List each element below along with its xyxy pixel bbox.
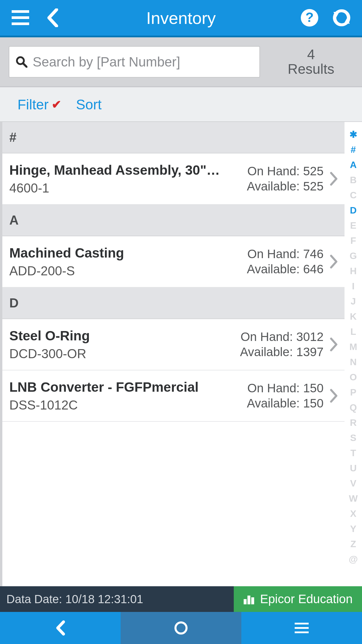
refresh-button[interactable]: [330, 6, 353, 29]
chart-icon: [243, 593, 255, 605]
alpha-index-item[interactable]: I: [345, 279, 362, 293]
alpha-index-item[interactable]: R: [345, 415, 362, 430]
chevron-left-icon: [47, 8, 58, 27]
inventory-list[interactable]: #Hinge, Manhead Assembly, 30"…4600-1On H…: [0, 122, 345, 586]
alpha-index-item[interactable]: L: [345, 324, 362, 339]
alpha-index-item[interactable]: A: [345, 158, 362, 172]
alpha-index-item[interactable]: H: [345, 264, 362, 278]
data-date: Data Date: 10/18 12:31:01: [0, 586, 234, 612]
nav-back-button[interactable]: [0, 612, 121, 644]
svg-rect-1: [12, 16, 29, 19]
item-part-number: 4600-1: [9, 181, 241, 195]
svg-rect-2: [12, 22, 29, 25]
alpha-index-item[interactable]: E: [345, 218, 362, 233]
alpha-index-item[interactable]: V: [345, 476, 362, 491]
alpha-index-item[interactable]: M: [345, 340, 362, 354]
item-name: LNB Converter - FGFPmercial: [9, 379, 241, 395]
app-root: Inventory ? 4 Results Filter ✔ Sort: [0, 0, 362, 644]
row-left: Hinge, Manhead Assembly, 30"…4600-1: [9, 162, 247, 195]
bottom-nav: [0, 612, 362, 644]
alpha-index-item[interactable]: G: [345, 249, 362, 263]
alpha-index-item[interactable]: D: [345, 203, 362, 218]
results-label: Results: [288, 62, 334, 76]
item-name: Steel O-Ring: [9, 328, 234, 344]
search-input-wrap[interactable]: [9, 46, 260, 78]
row-left: Steel O-RingDCD-300-OR: [9, 328, 240, 361]
chevron-right-icon: [326, 254, 341, 269]
nav-menu-button[interactable]: [241, 612, 362, 644]
search-input[interactable]: [33, 54, 253, 70]
chevron-left-icon: [55, 620, 65, 636]
sort-label: Sort: [76, 97, 102, 113]
on-hand: On Hand: 525: [247, 164, 324, 179]
alpha-index-item[interactable]: Y: [345, 522, 362, 536]
hamburger-icon: [12, 10, 29, 25]
results-count: 4 Results: [260, 46, 362, 78]
data-date-label: Data Date:: [6, 593, 62, 606]
nav-home-button[interactable]: [121, 612, 241, 644]
menu-button[interactable]: [9, 6, 32, 29]
item-part-number: DSS-1012C: [9, 398, 241, 412]
brand-label: Epicor Education: [260, 592, 353, 606]
alpha-index-item[interactable]: W: [345, 491, 362, 506]
svg-rect-10: [247, 596, 250, 604]
status-bar: Data Date: 10/18 12:31:01 Epicor Educati…: [0, 586, 362, 612]
row-left: Machined CastingADD-200-S: [9, 245, 247, 278]
alpha-index-item[interactable]: S: [345, 430, 362, 445]
inventory-row[interactable]: LNB Converter - FGFPmercialDSS-1012COn H…: [2, 370, 345, 422]
alpha-index-item[interactable]: C: [345, 188, 362, 202]
section-header: D: [2, 288, 345, 319]
refresh-icon: [332, 8, 351, 27]
results-number: 4: [307, 47, 315, 62]
item-name: Machined Casting: [9, 245, 241, 261]
back-button[interactable]: [41, 6, 64, 29]
available: Available: 1397: [240, 344, 324, 360]
row-stats: On Hand: 525Available: 525: [247, 164, 326, 194]
inventory-row[interactable]: Machined CastingADD-200-SOn Hand: 746Ava…: [2, 236, 345, 288]
search-icon: [16, 56, 27, 68]
alpha-index-item[interactable]: U: [345, 461, 362, 475]
row-left: LNB Converter - FGFPmercialDSS-1012C: [9, 379, 247, 412]
alpha-index-item[interactable]: #: [345, 142, 362, 157]
row-stats: On Hand: 746Available: 646: [247, 246, 326, 277]
alpha-index-item[interactable]: Q: [345, 400, 362, 415]
data-date-value: 10/18 12:31:01: [65, 593, 143, 606]
row-stats: On Hand: 150Available: 150: [247, 381, 326, 411]
alpha-index-item[interactable]: X: [345, 506, 362, 521]
svg-point-12: [175, 622, 187, 634]
chevron-right-icon: [326, 388, 341, 403]
section-header: #: [2, 122, 345, 153]
list-toolbar: Filter ✔ Sort: [0, 87, 362, 122]
row-stats: On Hand: 3012Available: 1397: [240, 329, 326, 360]
hamburger-icon: [295, 623, 309, 633]
filter-button[interactable]: Filter ✔: [17, 97, 61, 113]
filter-label: Filter: [17, 97, 49, 113]
available: Available: 525: [247, 179, 324, 194]
alpha-index-item[interactable]: Z: [345, 537, 362, 551]
alpha-index[interactable]: ✱#ABCDEFGHIJKLMNOPQRSTUVWXYZ@: [345, 122, 362, 586]
alpha-index-item[interactable]: B: [345, 173, 362, 187]
sort-button[interactable]: Sort: [76, 97, 102, 113]
alpha-index-item[interactable]: @: [345, 552, 362, 566]
alpha-index-item[interactable]: K: [345, 309, 362, 324]
list-area: #Hinge, Manhead Assembly, 30"…4600-1On H…: [0, 122, 362, 586]
alpha-index-item[interactable]: P: [345, 385, 362, 400]
inventory-row[interactable]: Hinge, Manhead Assembly, 30"…4600-1On Ha…: [2, 153, 345, 205]
brand-button[interactable]: Epicor Education: [234, 586, 362, 612]
svg-rect-15: [295, 631, 309, 633]
chevron-right-icon: [326, 337, 341, 352]
svg-rect-9: [244, 599, 247, 604]
on-hand: On Hand: 150: [247, 381, 324, 396]
alpha-index-item[interactable]: O: [345, 370, 362, 384]
alpha-index-item[interactable]: T: [345, 446, 362, 460]
inventory-row[interactable]: Steel O-RingDCD-300-OROn Hand: 3012Avail…: [2, 319, 345, 370]
item-part-number: DCD-300-OR: [9, 346, 234, 361]
alpha-index-item[interactable]: ✱: [345, 127, 362, 142]
item-name: Hinge, Manhead Assembly, 30"…: [9, 162, 241, 178]
alpha-index-item[interactable]: J: [345, 294, 362, 309]
section-header: A: [2, 205, 345, 236]
alpha-index-item[interactable]: N: [345, 355, 362, 369]
title-bar: Inventory ?: [0, 0, 362, 37]
help-button[interactable]: ?: [298, 6, 321, 29]
alpha-index-item[interactable]: F: [345, 233, 362, 248]
